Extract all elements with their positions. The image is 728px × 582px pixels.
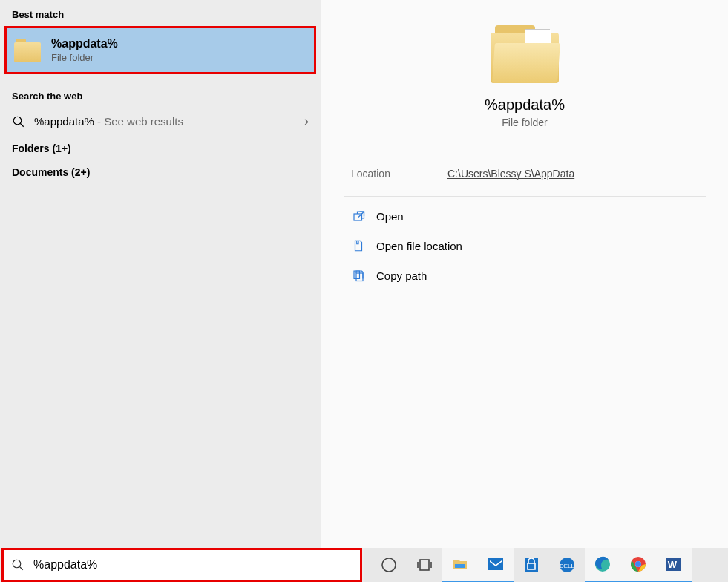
taskbar-search-box[interactable] [1,548,362,582]
task-view-icon[interactable] [407,548,442,582]
search-results-pane: Best match %appdata% File folder Search … [0,0,321,548]
web-query-text: %appdata% [34,115,94,128]
svg-rect-7 [420,560,429,570]
search-input[interactable] [32,558,352,572]
details-pane: %appdata% File folder Location C:\Users\… [321,0,728,548]
search-icon [11,558,24,572]
svg-point-0 [13,117,22,125]
best-match-title: %appdata% [51,37,118,50]
svg-text:W: W [668,559,678,570]
search-icon [12,115,25,128]
open-location-icon [351,238,366,253]
chevron-right-icon: › [304,114,309,129]
location-label: Location [351,168,447,180]
best-match-result[interactable]: %appdata% File folder [4,26,316,74]
open-icon [351,209,366,223]
svg-point-18 [635,561,641,567]
category-folders[interactable]: Folders (1+) [0,135,321,159]
web-hint-text: - See web results [94,115,183,128]
web-search-result[interactable]: %appdata% - See web results › [0,108,321,135]
svg-line-1 [20,123,24,127]
svg-rect-11 [488,558,503,570]
action-copy-path-label: Copy path [376,269,427,282]
folder-icon [14,39,41,62]
svg-rect-10 [455,564,465,568]
best-match-subtitle: File folder [51,52,118,63]
taskbar: DELL W [364,548,728,582]
action-copy-path[interactable]: Copy path [344,261,706,290]
best-match-label: Best match [0,6,321,26]
details-title: %appdata% [485,97,565,114]
svg-point-4 [13,560,21,568]
mail-icon[interactable] [478,548,514,582]
action-open[interactable]: Open [344,201,706,231]
location-path[interactable]: C:\Users\Blessy S\AppData [447,168,574,180]
action-open-location[interactable]: Open file location [344,231,706,261]
search-web-label: Search the web [0,88,321,108]
cortana-icon[interactable] [371,548,407,582]
folder-large-icon [491,25,559,83]
dell-icon[interactable]: DELL [549,548,585,582]
chrome-icon[interactable] [620,548,656,582]
category-documents[interactable]: Documents (2+) [0,159,321,183]
svg-text:DELL: DELL [560,563,575,569]
action-open-label: Open [376,210,404,223]
file-explorer-icon[interactable] [442,548,478,582]
copy-icon [351,268,366,283]
edge-icon[interactable] [585,548,620,582]
word-icon[interactable]: W [656,548,692,582]
svg-point-6 [382,558,396,572]
store-icon[interactable] [514,548,549,582]
details-subtitle: File folder [502,117,547,128]
svg-line-5 [19,566,23,570]
action-open-location-label: Open file location [376,240,462,252]
